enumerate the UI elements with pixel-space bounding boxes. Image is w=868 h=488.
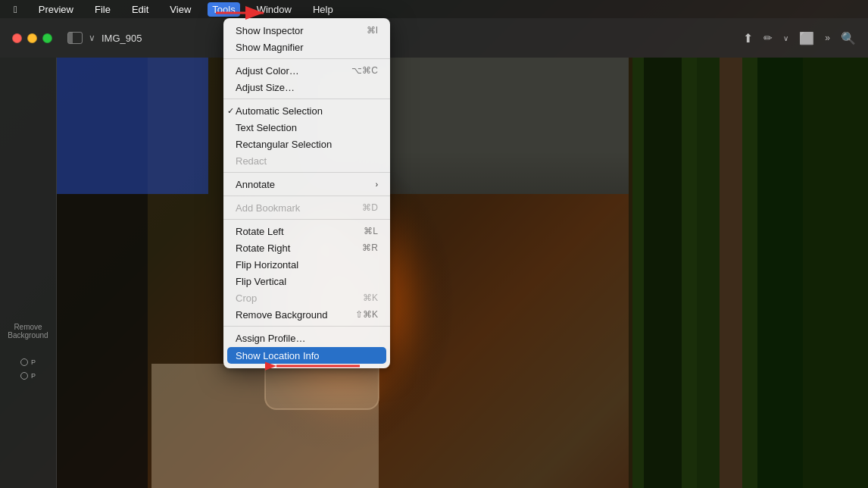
rotate-right-label: Rotate Right bbox=[236, 242, 290, 254]
menubar-help[interactable]: Help bbox=[308, 2, 338, 17]
sidebar-option-1[interactable]: P bbox=[20, 358, 36, 366]
menu-show-inspector[interactable]: Show Inspector ⌘I bbox=[223, 22, 390, 39]
adjust-size-label: Adjust Size… bbox=[236, 82, 295, 93]
sidebar-option-2[interactable]: P bbox=[20, 372, 36, 380]
redact-label: Redact bbox=[236, 155, 267, 167]
option-2-label: P bbox=[31, 372, 36, 380]
arrow-svg-bottom bbox=[265, 355, 364, 377]
crop-shortcut: ⌘K bbox=[363, 292, 378, 303]
separator-3 bbox=[223, 172, 390, 173]
menubar-preview[interactable]: Preview bbox=[34, 2, 78, 17]
close-button[interactable] bbox=[12, 33, 22, 43]
show-inspector-label: Show Inspector bbox=[236, 25, 304, 36]
arrow-indicator-top bbox=[212, 4, 258, 19]
show-inspector-shortcut: ⌘I bbox=[367, 25, 378, 36]
share-icon[interactable]: ⬆ bbox=[743, 31, 753, 45]
menu-adjust-size[interactable]: Adjust Size… bbox=[223, 79, 390, 95]
background-svg bbox=[0, 0, 868, 488]
remove-background-shortcut: ⇧⌘K bbox=[355, 309, 378, 320]
add-bookmark-shortcut: ⌘D bbox=[362, 202, 378, 213]
search-icon[interactable]: 🔍 bbox=[841, 31, 856, 45]
more-tools-icon[interactable]: » bbox=[825, 33, 830, 43]
menu-annotate[interactable]: Annotate › bbox=[223, 176, 390, 192]
crop-icon[interactable]: ⬜ bbox=[799, 31, 814, 45]
sidebar-toggle[interactable] bbox=[67, 32, 83, 44]
svg-rect-14 bbox=[57, 58, 208, 194]
svg-rect-3 bbox=[644, 58, 682, 488]
rectangular-selection-label: Rectangular Selection bbox=[236, 139, 332, 150]
toolbar-icons: ⬆ ✏ ∨ ⬜ » 🔍 bbox=[743, 31, 856, 45]
separator-6 bbox=[223, 326, 390, 327]
rotate-left-shortcut: ⌘L bbox=[364, 226, 378, 236]
add-bookmark-label: Add Bookmark bbox=[236, 202, 300, 214]
radio-2[interactable] bbox=[20, 372, 28, 380]
show-magnifier-label: Show Magnifier bbox=[236, 42, 304, 53]
arrow-indicator-bottom bbox=[265, 355, 364, 380]
menu-text-selection[interactable]: Text Selection bbox=[223, 119, 390, 136]
markup-chevron[interactable]: ∨ bbox=[783, 34, 788, 42]
flip-horizontal-label: Flip Horizontal bbox=[236, 259, 298, 271]
menu-redact: Redact bbox=[223, 152, 390, 169]
sidebar-panel: Remove Background P P bbox=[0, 58, 57, 488]
rotate-right-shortcut: ⌘R bbox=[362, 242, 378, 253]
annotate-label: Annotate bbox=[236, 179, 275, 190]
arrow-svg-top bbox=[212, 4, 273, 22]
window-toolbar: ∨ IMG_905 ⬆ ✏ ∨ ⬜ » 🔍 bbox=[0, 18, 868, 58]
minimize-button[interactable] bbox=[27, 33, 37, 43]
window-title-area: ∨ IMG_905 bbox=[67, 32, 142, 44]
menu-flip-horizontal[interactable]: Flip Horizontal bbox=[223, 256, 390, 273]
fullscreen-button[interactable] bbox=[42, 33, 52, 43]
crop-label: Crop bbox=[236, 292, 257, 304]
submenu-arrow-icon: › bbox=[376, 180, 378, 189]
svg-rect-15 bbox=[151, 364, 379, 488]
menubar-edit[interactable]: Edit bbox=[127, 2, 153, 17]
apple-menu[interactable]:  bbox=[9, 2, 22, 17]
adjust-color-label: Adjust Color… bbox=[236, 65, 299, 77]
menu-assign-profile[interactable]: Assign Profile… bbox=[223, 330, 390, 346]
sidebar-toggle-right bbox=[73, 33, 82, 43]
remove-background-label: Remove Background bbox=[236, 309, 327, 321]
rotate-left-label: Rotate Left bbox=[236, 226, 284, 237]
svg-rect-6 bbox=[803, 58, 868, 488]
assign-profile-label: Assign Profile… bbox=[236, 333, 305, 344]
menu-rotate-right[interactable]: Rotate Right ⌘R bbox=[223, 239, 390, 256]
menu-crop: Crop ⌘K bbox=[223, 289, 390, 306]
menu-show-magnifier[interactable]: Show Magnifier bbox=[223, 39, 390, 55]
sidebar-remove-bg-label: Remove Background bbox=[0, 315, 56, 347]
markup-icon[interactable]: ✏ bbox=[763, 32, 773, 44]
background-image bbox=[0, 0, 868, 488]
menubar-view[interactable]: View bbox=[165, 2, 195, 17]
menubar:  Preview File Edit View Tools Window He… bbox=[0, 0, 868, 18]
title-chevron: ∨ bbox=[89, 33, 95, 43]
menu-flip-vertical[interactable]: Flip Vertical bbox=[223, 273, 390, 289]
menu-adjust-color[interactable]: Adjust Color… ⌥⌘C bbox=[223, 62, 390, 79]
menu-rotate-left[interactable]: Rotate Left ⌘L bbox=[223, 223, 390, 239]
automatic-selection-label: Automatic Selection bbox=[236, 105, 323, 117]
menu-add-bookmark: Add Bookmark ⌘D bbox=[223, 199, 390, 216]
menu-remove-background[interactable]: Remove Background ⇧⌘K bbox=[223, 306, 390, 323]
separator-2 bbox=[223, 99, 390, 99]
text-selection-label: Text Selection bbox=[236, 122, 297, 133]
option-1-label: P bbox=[31, 358, 36, 366]
radio-1[interactable] bbox=[20, 358, 28, 366]
menu-automatic-selection[interactable]: ✓ Automatic Selection bbox=[223, 102, 390, 119]
tools-dropdown-menu: Show Inspector ⌘I Show Magnifier Adjust … bbox=[223, 18, 390, 368]
traffic-lights bbox=[12, 33, 52, 43]
menu-rectangular-selection[interactable]: Rectangular Selection bbox=[223, 136, 390, 152]
menubar-file[interactable]: File bbox=[90, 2, 115, 17]
sidebar-options: P P bbox=[0, 355, 56, 383]
separator-4 bbox=[223, 196, 390, 196]
checkmark-icon: ✓ bbox=[227, 106, 234, 116]
separator-5 bbox=[223, 219, 390, 220]
separator-1 bbox=[223, 58, 390, 59]
flip-vertical-label: Flip Vertical bbox=[236, 276, 286, 287]
window-title: IMG_905 bbox=[101, 33, 142, 44]
svg-rect-7 bbox=[720, 58, 742, 488]
adjust-color-shortcut: ⌥⌘C bbox=[351, 65, 378, 76]
